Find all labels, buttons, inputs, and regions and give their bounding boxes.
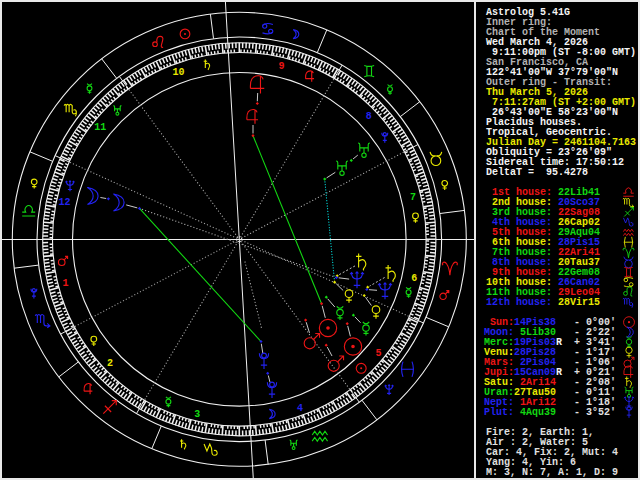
svg-text:5: 5 [375, 348, 381, 359]
svg-text:7: 7 [410, 192, 416, 203]
svg-text:4: 4 [297, 403, 303, 414]
svg-text:1: 1 [63, 278, 69, 289]
svg-text:3: 3 [194, 409, 200, 420]
svg-text:8: 8 [366, 111, 372, 122]
svg-text:9: 9 [278, 61, 284, 72]
svg-text:10: 10 [172, 67, 184, 78]
svg-text:12: 12 [58, 197, 70, 208]
svg-text:6: 6 [411, 273, 417, 284]
svg-text:11: 11 [94, 122, 106, 133]
svg-text:2: 2 [107, 358, 113, 369]
